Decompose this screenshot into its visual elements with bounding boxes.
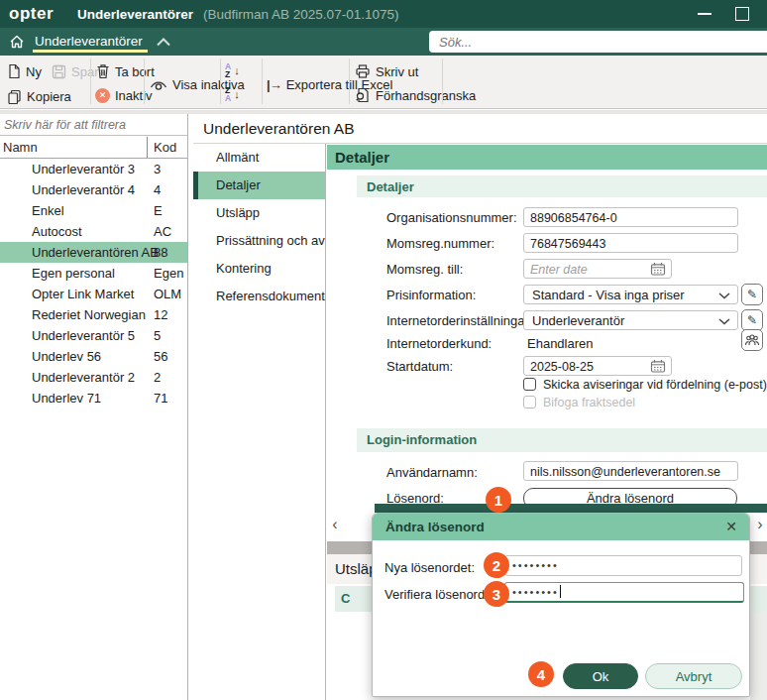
minimize-icon — [698, 13, 712, 15]
copy-button[interactable]: Kopiera — [7, 87, 71, 105]
title-bar: opter Underleverantörer (Budfirman AB 20… — [0, 0, 767, 28]
org-number-input[interactable]: 88906854764-0 — [523, 207, 738, 227]
toolbar-separator — [144, 58, 145, 104]
list-item[interactable]: Underleverantör 55 — [0, 325, 187, 346]
vat-number-label: Momsreg.nummer: — [386, 236, 494, 251]
dialog-title: Ändra lösenord — [385, 520, 485, 534]
sort-az-button[interactable]: AZ↓ — [225, 61, 240, 79]
vat-until-label: Momsreg. till: — [386, 262, 463, 277]
list-item[interactable]: Underleverantör 33 — [0, 159, 187, 179]
maximize-button[interactable] — [725, 0, 759, 28]
list-item[interactable]: Underlev 7171 — [0, 388, 187, 408]
verify-password-input[interactable]: •••••••• — [504, 582, 744, 603]
eye-icon — [150, 78, 167, 91]
nav-item-utslapp[interactable]: Utsläpp — [193, 199, 325, 227]
copy-icon — [7, 89, 22, 104]
list-item[interactable]: Rederiet Norwegian12 — [0, 304, 187, 325]
annotation-step-4: 4 — [528, 661, 554, 687]
toolbar: Ny Spara Kopiera Ta bort ✕ Inaktiv Visa … — [0, 56, 767, 109]
list-item[interactable]: EnkelE — [0, 200, 187, 221]
calendar-icon[interactable] — [650, 262, 666, 276]
internet-order-customer-label: Internetorderkund: — [386, 336, 492, 351]
delete-button[interactable]: Ta bort — [96, 62, 155, 80]
cancel-button[interactable]: Avbryt — [645, 663, 742, 689]
save-icon — [52, 64, 66, 79]
opter-logo: opter — [9, 4, 54, 24]
list-item[interactable]: Opter Link MarketOLM — [0, 284, 187, 304]
group-band-detaljer: Detaljer — [357, 175, 767, 197]
sort-za-button[interactable]: ZA↓ — [225, 85, 240, 103]
calendar-icon[interactable] — [650, 359, 666, 373]
maximize-icon — [735, 7, 749, 21]
print-button[interactable]: Skriv ut — [355, 62, 418, 80]
list-item[interactable]: AutocostAC — [0, 221, 187, 242]
list-item[interactable]: Egen personalEgen — [0, 263, 187, 284]
lookup-customer-button[interactable] — [741, 329, 763, 351]
edit-price-info-button[interactable]: ✎ — [741, 284, 763, 305]
toolbar-separator — [442, 58, 443, 104]
annotation-step-1: 1 — [486, 487, 511, 513]
tab-underleverantorer[interactable]: Underleverantörer — [35, 34, 143, 49]
username-input[interactable]: nils.nilsson@underleverantoren.se — [523, 461, 738, 481]
toolbar-separator — [220, 58, 221, 104]
price-info-dropdown[interactable]: Standard - Visa inga priser — [523, 285, 738, 304]
text-cursor — [560, 585, 561, 598]
nav-item-prissattning[interactable]: Prissättning och av — [193, 227, 325, 255]
scroll-left-arrow[interactable]: ‹ — [328, 515, 342, 534]
tab-bar: Underleverantörer — [0, 28, 767, 56]
attach-waybill-checkbox[interactable] — [523, 396, 536, 408]
inactive-icon: ✕ — [95, 88, 110, 103]
print-preview-button[interactable]: Förhandsgranska — [355, 86, 476, 104]
list-item[interactable]: Underleverantör 44 — [0, 179, 187, 200]
internet-order-settings-dropdown[interactable]: Underleverantör — [523, 310, 738, 330]
column-namn[interactable]: Namn — [3, 140, 38, 155]
page-title-bar: Underleverantören AB — [193, 114, 767, 144]
nav-item-referensdokument[interactable]: Referensdokument — [193, 283, 325, 310]
export-arrow-icon: |→ — [267, 77, 281, 92]
org-number-label: Organisationsnummer: — [386, 210, 517, 225]
page-title: Underleverantören AB — [203, 120, 355, 138]
printer-icon — [355, 63, 371, 79]
column-divider — [147, 137, 148, 158]
home-icon[interactable] — [9, 34, 25, 50]
collapse-chevron-up-icon[interactable] — [157, 38, 170, 47]
list-item[interactable]: Underleverantör 22 — [0, 367, 187, 388]
list-item-selected[interactable]: Underleverantören AB88 — [0, 242, 187, 263]
search-input[interactable] — [429, 31, 767, 53]
notify-on-distribution-checkbox[interactable] — [523, 378, 536, 391]
new-button[interactable]: Ny — [8, 62, 42, 80]
nav-item-allmant[interactable]: Allmänt — [193, 144, 325, 172]
pencil-icon: ✎ — [747, 288, 757, 301]
close-icon[interactable]: ✕ — [725, 519, 737, 534]
list-item[interactable]: Underlev 5656 — [0, 346, 187, 367]
filter-input[interactable] — [0, 115, 187, 136]
vat-number-input[interactable]: 76847569443 — [523, 233, 738, 253]
username-label: Användarnamn: — [386, 465, 478, 480]
column-kod[interactable]: Kod — [154, 140, 176, 155]
change-password-dialog: Ändra lösenord ✕ Nya lösenordet: •••••••… — [372, 513, 750, 697]
annotation-step-2: 2 — [484, 552, 509, 578]
supplier-list-panel: Namn Kod Underleverantör 33 Underleveran… — [0, 114, 188, 700]
nav-item-kontering[interactable]: Kontering — [193, 255, 325, 283]
chevron-down-icon — [718, 292, 730, 299]
list-header: Namn Kod — [0, 137, 187, 159]
scroll-right-arrow[interactable]: › — [753, 515, 767, 534]
internet-order-settings-label: Internetorderinställningar — [386, 313, 529, 328]
background-dark-strip — [375, 504, 767, 513]
nav-item-detaljer[interactable]: Detaljer — [193, 172, 325, 199]
preview-icon — [355, 87, 371, 103]
new-password-input[interactable]: •••••••• — [504, 555, 742, 576]
sort-az-icon: AZ — [225, 62, 231, 78]
detail-nav: Allmänt Detaljer Utsläpp Prissättning oc… — [193, 144, 326, 700]
right-scrollbar-track[interactable] — [750, 612, 767, 700]
edit-internet-order-settings-button[interactable]: ✎ — [741, 309, 763, 331]
minimize-button[interactable] — [688, 0, 721, 28]
toolbar-separator — [262, 58, 263, 104]
toolbar-separator — [349, 58, 350, 104]
notify-on-distribution-label: Skicka aviseringar vid fördelning (e-pos… — [543, 378, 767, 392]
group-band-login-information: Login-information — [357, 428, 767, 452]
toolbar-separator — [90, 58, 91, 104]
dialog-header[interactable]: Ändra lösenord ✕ — [373, 514, 749, 540]
ok-button[interactable]: Ok — [563, 663, 638, 689]
internet-order-customer-value: Ehandlaren — [527, 336, 594, 351]
